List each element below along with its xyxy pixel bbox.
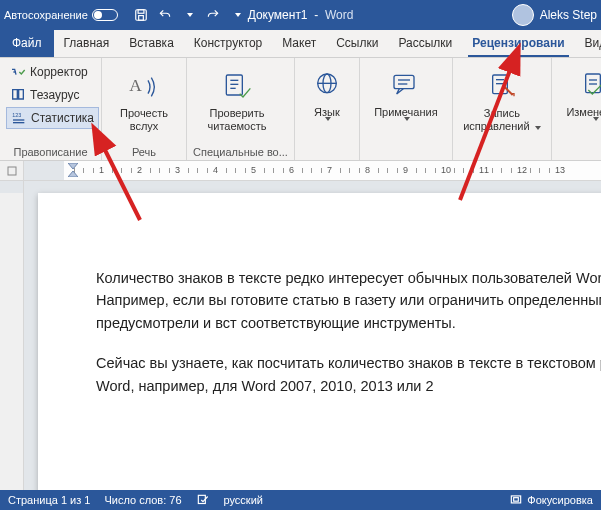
svg-rect-20 <box>586 74 601 93</box>
corrector-button[interactable]: Корректор <box>6 61 99 83</box>
thesaurus-label: Тезаурус <box>30 88 79 102</box>
horizontal-ruler[interactable]: 12345678910111213 <box>24 161 601 180</box>
check-accessibility-label1: Проверить <box>209 107 264 120</box>
status-focus-label: Фокусировка <box>527 494 593 506</box>
tab-design[interactable]: Конструктор <box>184 30 272 57</box>
ruler-tick: 2 <box>137 165 142 175</box>
tab-layout[interactable]: Макет <box>272 30 326 57</box>
autosave-label: Автосохранение <box>4 9 88 21</box>
chevron-down-icon <box>591 121 599 134</box>
chevron-down-icon <box>323 121 331 134</box>
titlebar: Автосохранение Документ1 - Word Aleks St… <box>0 0 601 30</box>
status-word-count[interactable]: Число слов: 76 <box>104 494 181 506</box>
ruler-tick: 6 <box>289 165 294 175</box>
ribbon-group-proofing: Корректор Тезаурус 123 Статистика Правоп… <box>0 58 102 160</box>
read-aloud-button[interactable]: A Прочесть вслух <box>108 61 180 141</box>
horizontal-ruler-area: 12345678910111213 <box>0 161 601 181</box>
svg-marker-24 <box>68 163 78 169</box>
tab-mailings[interactable]: Рассылки <box>388 30 462 57</box>
ribbon-group-tracking: Запись исправлений <box>453 58 552 160</box>
svg-rect-28 <box>514 498 519 502</box>
tab-file[interactable]: Файл <box>0 30 54 57</box>
statusbar: Страница 1 из 1 Число слов: 76 русский Ф… <box>0 490 601 510</box>
undo-icon[interactable] <box>154 4 176 26</box>
svg-rect-27 <box>512 496 521 503</box>
status-focus-mode[interactable]: Фокусировка <box>509 493 593 507</box>
user-name: Aleks Step <box>540 8 597 22</box>
ribbon-group-comments: Примечания <box>360 58 453 160</box>
track-changes-label1: Запись <box>484 107 520 120</box>
check-accessibility-label2: читаемость <box>208 120 267 133</box>
ribbon-group-speech: A Прочесть вслух Речь <box>102 58 187 160</box>
svg-rect-2 <box>139 16 144 21</box>
ruler-corner[interactable] <box>0 161 24 180</box>
account-area[interactable]: Aleks Step <box>512 4 597 26</box>
word-count-label: Статистика <box>31 111 94 125</box>
comments-button[interactable]: Примечания <box>366 61 446 141</box>
svg-text:123: 123 <box>12 112 21 118</box>
read-aloud-label2: вслух <box>130 120 159 133</box>
track-changes-icon <box>486 71 518 103</box>
first-line-indent-marker[interactable] <box>68 163 78 180</box>
status-language[interactable]: русский <box>224 494 263 506</box>
svg-rect-14 <box>394 76 414 89</box>
tab-review[interactable]: Рецензировани <box>462 30 574 57</box>
autosave-switch[interactable] <box>92 9 118 21</box>
paragraph[interactable]: Количество знаков в тексте редко интерес… <box>96 267 601 334</box>
changes-icon <box>579 70 601 102</box>
accessibility-group-label: Специальные во... <box>193 146 288 160</box>
ruler-tick: 13 <box>555 165 565 175</box>
chevron-down-icon <box>535 126 541 130</box>
ruler-tick: 12 <box>517 165 527 175</box>
ruler-tick: 1 <box>99 165 104 175</box>
word-count-button[interactable]: 123 Статистика <box>6 107 99 129</box>
corrector-label: Корректор <box>30 65 88 79</box>
undo-dropdown-icon[interactable] <box>178 4 200 26</box>
quick-access-toolbar <box>130 4 248 26</box>
abc-check-icon <box>10 64 26 80</box>
tab-insert[interactable]: Вставка <box>119 30 184 57</box>
ribbon-tabs: Файл Главная Вставка Конструктор Макет С… <box>0 30 601 58</box>
app-name: Word <box>325 8 353 22</box>
proofing-group-label: Правописание <box>6 146 95 160</box>
tab-view[interactable]: Вид <box>575 30 601 57</box>
changes-button[interactable]: Изменения <box>558 61 601 141</box>
ruler-tick: 9 <box>403 165 408 175</box>
ribbon-group-accessibility: Проверить читаемость Специальные во... <box>187 58 295 160</box>
ribbon: Корректор Тезаурус 123 Статистика Правоп… <box>0 58 601 161</box>
ruler-tick: 5 <box>251 165 256 175</box>
ribbon-group-changes: Изменения <box>552 58 601 160</box>
redo-icon[interactable] <box>202 4 224 26</box>
language-icon <box>311 70 343 102</box>
paragraph[interactable]: Сейчас вы узнаете, как посчитать количес… <box>96 352 601 397</box>
check-accessibility-button[interactable]: Проверить читаемость <box>193 61 281 141</box>
tracking-group-label <box>459 146 545 160</box>
tab-home[interactable]: Главная <box>54 30 120 57</box>
document-area: Количество знаков в тексте редко интерес… <box>0 181 601 490</box>
autosave-toggle[interactable]: Автосохранение <box>4 9 118 21</box>
language-group-label <box>301 146 353 160</box>
comment-icon <box>390 70 422 102</box>
read-aloud-icon: A <box>128 71 160 103</box>
chevron-down-icon <box>402 121 410 134</box>
track-changes-label2: исправлений <box>463 120 529 132</box>
track-changes-button[interactable]: Запись исправлений <box>459 61 545 141</box>
status-spellcheck-icon[interactable] <box>196 493 210 507</box>
changes-group-label <box>558 146 601 160</box>
tab-references[interactable]: Ссылки <box>326 30 388 57</box>
ruler-tick: 11 <box>479 165 489 175</box>
ruler-tick: 7 <box>327 165 332 175</box>
qat-more-icon[interactable] <box>226 4 248 26</box>
save-icon[interactable] <box>130 4 152 26</box>
accessibility-icon <box>221 71 253 103</box>
language-button[interactable]: Язык <box>301 61 353 141</box>
thesaurus-button[interactable]: Тезаурус <box>6 84 99 106</box>
ruler-tick: 3 <box>175 165 180 175</box>
status-page[interactable]: Страница 1 из 1 <box>8 494 90 506</box>
page-viewport[interactable]: Количество знаков в тексте редко интерес… <box>24 181 601 490</box>
vertical-ruler[interactable] <box>0 181 24 490</box>
read-aloud-label1: Прочесть <box>120 107 168 120</box>
ruler-tick: 8 <box>365 165 370 175</box>
svg-rect-26 <box>198 495 205 503</box>
doc-name: Документ1 <box>248 8 308 22</box>
